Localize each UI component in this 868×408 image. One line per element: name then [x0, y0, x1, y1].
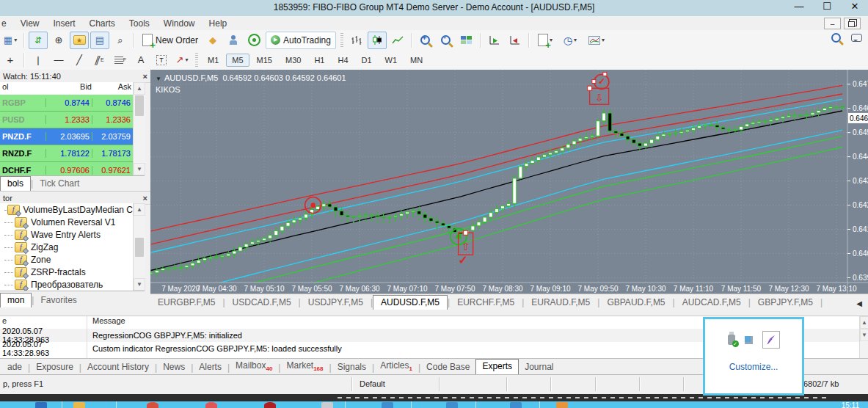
menu-item-tools[interactable]: Tools: [129, 18, 150, 29]
terminal-tab-signals[interactable]: Signals: [332, 360, 372, 375]
tab-mon[interactable]: mon: [0, 293, 32, 307]
menu-item-window[interactable]: Window: [164, 18, 195, 29]
market-watch-row[interactable]: PNZD.F2.036952.03759: [0, 128, 133, 145]
equidistant-channel-button[interactable]: ∥E: [90, 51, 109, 69]
scroll-down-icon[interactable]: ▼: [860, 329, 868, 341]
navigator-item[interactable]: fVolumen Reversal V1: [0, 216, 133, 228]
maximize-button[interactable]: ☐: [818, 1, 836, 12]
terminal-tab-articles[interactable]: Articles1: [374, 359, 418, 375]
navigator-item[interactable]: fWave Entry Alerts: [0, 228, 133, 241]
chart-tab-audusd-f-m5[interactable]: AUDUSD.F,M5: [373, 295, 448, 310]
minimize-button[interactable]: —: [790, 1, 808, 12]
terminal-tab-ade[interactable]: ade: [1, 360, 28, 375]
timeframe-d1-button[interactable]: D1: [356, 54, 378, 67]
timeframe-m1-button[interactable]: M1: [202, 54, 225, 67]
mdi-minimize-button[interactable]: –: [824, 18, 841, 29]
navigator-item[interactable]: fПреобразователь: [0, 278, 133, 291]
scroll-up-icon[interactable]: ▲: [134, 203, 145, 216]
scroll-down-icon[interactable]: ▼: [134, 278, 145, 291]
candlestick-chart-button[interactable]: [368, 32, 387, 49]
text-button[interactable]: A: [131, 51, 150, 69]
navigator-scrollbar[interactable]: ▲ ▼: [133, 203, 145, 291]
tab-tick-chart[interactable]: Tick Chart: [33, 177, 86, 191]
timeframe-m5-button[interactable]: M5: [226, 54, 249, 67]
terminal-tab-account-history[interactable]: Account History: [81, 360, 155, 375]
scroll-down-icon[interactable]: ▼: [134, 163, 145, 175]
fibonacci-button[interactable]: F: [111, 51, 130, 69]
taskbar-app-icon[interactable]: [446, 402, 458, 408]
tabs-scroll-left-icon[interactable]: ◀: [850, 297, 868, 310]
taskbar-app-icon[interactable]: [147, 402, 158, 408]
navigator-item[interactable]: fVolumeByLastDayMedian C: [0, 203, 133, 216]
trendline-button[interactable]: ╱: [70, 51, 89, 69]
horizontal-line-button[interactable]: —: [49, 51, 68, 69]
selected-tray-icon-box[interactable]: [762, 331, 780, 349]
market-watch-row[interactable]: RGBP0.87440.8746: [0, 95, 133, 112]
bar-chart-button[interactable]: [347, 32, 366, 49]
message-column-header[interactable]: Message: [89, 316, 125, 329]
chart-tab-usdcad-f-m5[interactable]: USDCAD.F,M5: [225, 296, 299, 310]
arrows-button[interactable]: ↗▾: [172, 51, 192, 69]
close-button[interactable]: ✕: [846, 1, 864, 12]
navigator-toggle[interactable]: ★: [70, 32, 89, 49]
line-chart-button[interactable]: [388, 32, 407, 49]
navigator-close-icon[interactable]: ×: [143, 194, 147, 203]
menu-item-e[interactable]: e: [1, 18, 7, 29]
data-window-button[interactable]: ⊕: [49, 32, 68, 49]
price-chart[interactable]: ⇧✓✓⇩0.64740.64640.64540.64440.64340.6424…: [150, 70, 868, 294]
terminal-tab-exposure[interactable]: Exposure: [30, 360, 79, 375]
scroll-up-icon[interactable]: ▲: [134, 82, 145, 95]
chart-tab-audcad-f-m5[interactable]: AUDCAD.F,M5: [675, 296, 748, 310]
mdi-restore-button[interactable]: [844, 18, 861, 29]
indicators-button[interactable]: +▾: [533, 32, 557, 49]
timeframe-mn-button[interactable]: MN: [404, 54, 428, 67]
terminal-tab-market[interactable]: Market168: [280, 359, 329, 375]
terminal-toggle[interactable]: ▤: [90, 32, 109, 49]
signals-sound-button[interactable]: [244, 32, 263, 49]
scripts-button[interactable]: [224, 32, 243, 49]
search-icon[interactable]: [831, 33, 841, 43]
crosshair-button[interactable]: +: [1, 51, 20, 69]
zoom-in-button[interactable]: +: [416, 32, 435, 49]
taskbar-app-icon[interactable]: [556, 402, 568, 408]
terminal-tab-code-base[interactable]: Code Base: [420, 360, 475, 375]
templates-button[interactable]: ▾: [583, 32, 610, 49]
status-profile[interactable]: Default: [360, 379, 385, 388]
tile-windows-button[interactable]: [457, 32, 476, 49]
usb-safely-remove-icon[interactable]: ✓: [728, 335, 735, 345]
chart-tab-gbpaud-f-m5[interactable]: GBPAUD.F,M5: [599, 296, 672, 310]
terminal-tab-news[interactable]: News: [157, 360, 191, 375]
taskbar-app-icon[interactable]: [382, 402, 393, 408]
timeframe-h4-button[interactable]: H4: [332, 54, 354, 67]
bid-column-header[interactable]: Bid: [46, 82, 92, 95]
new-chart-button[interactable]: ▦▾: [1, 32, 20, 49]
timeframe-h1-button[interactable]: H1: [308, 54, 330, 67]
navigator-item[interactable]: fZigZag: [0, 241, 133, 253]
chart-tab-euraud-f-m5[interactable]: EURAUD.F,M5: [524, 296, 597, 310]
chart-tab-eurgbp-f-m5[interactable]: EURGBP.F,M5: [150, 296, 222, 310]
chart-tab-eurchf-f-m5[interactable]: EURCHF.F,M5: [450, 296, 522, 310]
vertical-line-button[interactable]: |: [29, 51, 48, 69]
customize-link[interactable]: Customize...: [705, 362, 802, 372]
menu-item-charts[interactable]: Charts: [90, 18, 115, 29]
terminal-tab-journal[interactable]: Journal: [519, 360, 559, 375]
taskbar-app-icon[interactable]: [510, 402, 522, 408]
new-order-button[interactable]: + New Order: [139, 32, 202, 49]
timeframe-m30-button[interactable]: M30: [280, 54, 307, 67]
text-label-button[interactable]: T: [152, 51, 171, 69]
market-watch-row[interactable]: PUSD1.23331.2336: [0, 112, 133, 128]
tray-app-icon[interactable]: [745, 336, 753, 344]
ask-column-header[interactable]: Ask: [92, 82, 133, 95]
menu-item-insert[interactable]: Insert: [53, 18, 75, 29]
market-watch-row[interactable]: RNZD.F1.781221.78173: [0, 145, 133, 162]
step-forward-button[interactable]: [485, 32, 504, 49]
timeframe-w1-button[interactable]: W1: [379, 54, 404, 67]
periods-button[interactable]: ◷▾: [558, 32, 582, 49]
taskbar-app-icon[interactable]: [35, 402, 47, 408]
chart-tab-usdjpy-f-m5[interactable]: USDJPY.F,M5: [301, 296, 371, 310]
chart-shift-button[interactable]: [506, 32, 525, 49]
strategy-tester-button[interactable]: ⌕: [111, 32, 130, 49]
navigator-item[interactable]: fZone: [0, 253, 133, 266]
terminal-tab-mailbox[interactable]: Mailbox40: [230, 359, 278, 375]
chart-tab-gbpjpy-f-m5[interactable]: GBPJPY.F,M5: [751, 296, 820, 310]
